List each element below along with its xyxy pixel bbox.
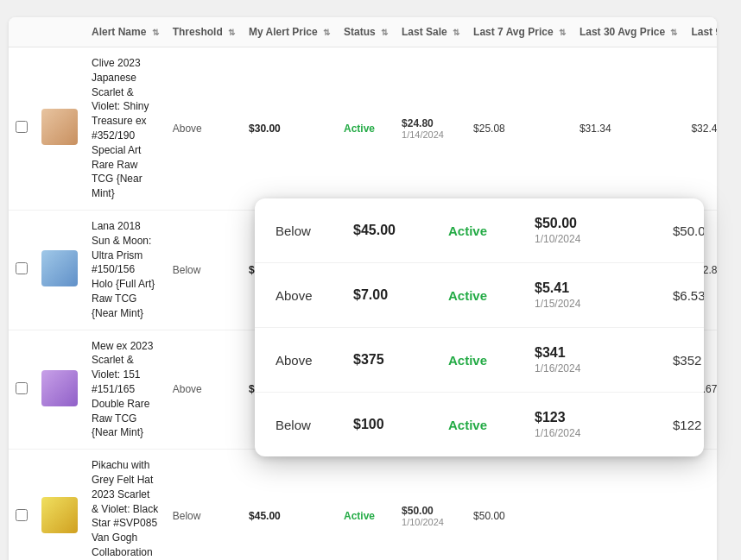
popup-alert-price: $7.00 [353, 287, 448, 303]
popup-last-sale-value: $5.41 [535, 280, 673, 296]
sort-icon: ⇅ [152, 28, 159, 37]
last-sale-value: $50.00 [402, 505, 459, 517]
threshold-value: Below [173, 264, 201, 276]
popup-status: Active [448, 288, 535, 303]
popup-row: Above $375 Active $341 1/16/2024 $352 [255, 328, 704, 393]
popup-last-sale-cell: $50.00 1/10/2024 [535, 216, 673, 245]
threshold-cell: Above [166, 330, 242, 450]
alert-name-header[interactable]: Alert Name ⇅ [85, 17, 166, 47]
row-checkbox-cell [9, 210, 35, 330]
select-all-header [9, 17, 35, 47]
card-name: Mew ex 2023 Scarlet & Violet: 151 #151/1… [92, 339, 159, 441]
popup-status: Active [448, 418, 535, 432]
threshold-cell: Above [166, 47, 242, 211]
card-name-cell: Pikachu with Grey Felt Hat 2023 Scarlet … [85, 450, 166, 560]
card-name: Lana 2018 Sun & Moon: Ultra Prism #150/1… [92, 219, 159, 321]
popup-alert-price: $45.00 [353, 223, 448, 238]
popup-threshold: Below [276, 223, 353, 238]
threshold-value: Above [173, 123, 202, 135]
popup-last-sale-date: 1/16/2024 [535, 427, 673, 439]
last7-header[interactable]: Last 7 Avg Price ⇅ [466, 17, 573, 47]
popup-alert-price: $375 [353, 352, 448, 368]
popup-last7-avg: $122 [673, 418, 704, 432]
card-name-cell: Mew ex 2023 Scarlet & Violet: 151 #151/1… [85, 330, 166, 450]
popup-row: Above $7.00 Active $5.41 1/15/2024 $6.53 [255, 263, 704, 328]
threshold-cell: Below [166, 210, 242, 330]
popup-last7-avg: $352 [673, 353, 704, 368]
card-image-cell [35, 210, 85, 330]
popup-last-sale-value: $50.00 [535, 216, 673, 231]
status-header[interactable]: Status ⇅ [337, 17, 395, 47]
card-thumbnail [41, 370, 78, 406]
sort-icon: ⇅ [670, 28, 677, 37]
status-cell: Active [337, 47, 395, 211]
status-cell: Active [337, 450, 395, 560]
row-checkbox[interactable] [16, 509, 28, 521]
popup-threshold: Above [276, 353, 353, 368]
popup-last-sale-date: 1/15/2024 [535, 298, 673, 310]
popup-last7-avg: $50.00 [673, 223, 704, 238]
table-row: Pikachu with Grey Felt Hat 2023 Scarlet … [9, 450, 717, 560]
status-value: Active [344, 510, 375, 522]
popup-card: Below $45.00 Active $50.00 1/10/2024 $50… [255, 198, 704, 456]
row-checkbox-cell [9, 330, 35, 450]
popup-row: Below $45.00 Active $50.00 1/10/2024 $50… [255, 198, 704, 263]
row-checkbox-cell [9, 450, 35, 560]
popup-threshold: Below [276, 418, 353, 432]
alert-price-header[interactable]: My Alert Price ⇅ [242, 17, 337, 47]
row-checkbox[interactable] [16, 262, 28, 274]
last-sale-cell: $50.00 1/10/2024 [395, 450, 466, 560]
threshold-value: Below [173, 510, 201, 522]
last-sale-header[interactable]: Last Sale ⇅ [395, 17, 466, 47]
popup-last-sale-cell: $341 1/16/2024 [535, 345, 673, 374]
popup-threshold: Above [276, 288, 353, 303]
status-value: Active [344, 123, 375, 135]
sort-icon: ⇅ [228, 28, 235, 37]
card-image-cell [35, 47, 85, 211]
card-thumbnail [41, 497, 78, 533]
card-image-cell [35, 330, 85, 450]
last30-header[interactable]: Last 30 Avg Price ⇅ [573, 17, 685, 47]
last30-value: $31.34 [580, 123, 611, 135]
last90-value: $32.49 [691, 123, 717, 135]
threshold-header[interactable]: Threshold ⇅ [166, 17, 242, 47]
popup-last-sale-date: 1/10/2024 [535, 233, 673, 245]
last-sale-value: $24.80 [402, 117, 459, 129]
last30-cell [573, 450, 685, 560]
popup-last-sale-cell: $5.41 1/15/2024 [535, 280, 673, 310]
sort-icon: ⇅ [559, 28, 566, 37]
card-image-cell [35, 450, 85, 560]
popup-last7-avg: $6.53 [673, 288, 704, 303]
popup-last-sale-value: $341 [535, 345, 673, 361]
row-checkbox[interactable] [16, 382, 28, 394]
last-sale-date: 1/10/2024 [402, 517, 459, 527]
sort-icon: ⇅ [323, 28, 330, 37]
popup-alert-price: $100 [353, 417, 448, 432]
last-sale-cell: $24.80 1/14/2024 [395, 47, 466, 211]
popup-status: Active [448, 223, 535, 238]
row-checkbox[interactable] [16, 121, 28, 133]
popup-last-sale-cell: $123 1/16/2024 [535, 410, 673, 439]
last7-value: $50.00 [473, 510, 505, 522]
last90-cell: $32.49 [684, 47, 717, 211]
popup-last-sale-date: 1/16/2024 [535, 362, 673, 374]
card-thumbnail [41, 109, 78, 145]
alert-price-cell: $45.00 [242, 450, 337, 560]
card-thumbnail [41, 250, 78, 286]
last30-cell: $31.34 [573, 47, 685, 211]
popup-last-sale-value: $123 [535, 410, 673, 425]
alert-price-cell: $30.00 [242, 47, 337, 211]
last7-cell: $25.08 [466, 47, 573, 211]
last90-cell [684, 450, 717, 560]
last90-header[interactable]: Last 90 Avg Price ⇅ [684, 17, 717, 47]
alert-price-value: $30.00 [249, 123, 281, 135]
popup-status: Active [448, 353, 535, 368]
row-checkbox-cell [9, 47, 35, 211]
last-sale-date: 1/14/2024 [402, 129, 459, 140]
card-name: Pikachu with Grey Felt Hat 2023 Scarlet … [92, 458, 159, 560]
alert-price-value: $45.00 [249, 510, 281, 522]
threshold-value: Above [173, 383, 202, 395]
card-name: Clive 2023 Japanese Scarlet & Violet: Sh… [92, 56, 159, 201]
popup-row: Below $100 Active $123 1/16/2024 $122 [255, 393, 704, 456]
card-name-cell: Clive 2023 Japanese Scarlet & Violet: Sh… [85, 47, 166, 211]
